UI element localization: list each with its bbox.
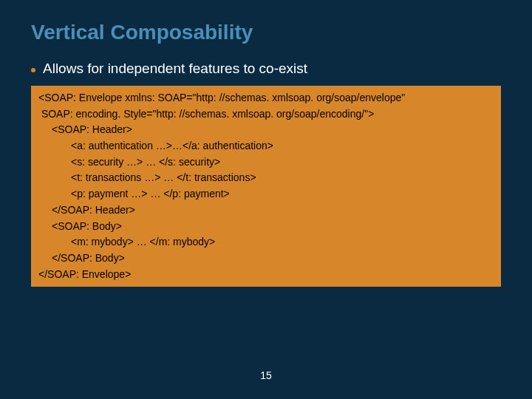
code-line: SOAP: encoding. Style="http: //schemas. …: [38, 106, 494, 123]
page-number: 15: [0, 369, 532, 381]
code-line: <SOAP: Body>: [38, 219, 494, 235]
code-line: <s: security …> … </s: security>: [38, 154, 494, 171]
code-line: <m: mybody> … </m: mybody>: [38, 234, 494, 250]
code-line: <p: payment …> … </p: payment>: [38, 186, 494, 202]
code-line: <SOAP: Header>: [38, 122, 494, 138]
code-line: </SOAP: Body>: [38, 250, 494, 267]
code-block: <SOAP: Envelope xmlns: SOAP="http: //sch…: [31, 86, 501, 287]
bullet-text: Allows for independent features to co-ex…: [43, 61, 307, 77]
slide: Vertical Composability Allows for indepe…: [0, 0, 532, 399]
code-line: <SOAP: Envelope xmlns: SOAP="http: //sch…: [38, 90, 494, 106]
code-line: <t: transactions …> … </t: transactions>: [38, 170, 494, 186]
bullet-item: Allows for independent features to co-ex…: [31, 61, 501, 77]
code-line: </SOAP: Header>: [38, 202, 494, 219]
bullet-dot-icon: [31, 68, 35, 72]
code-line: </SOAP: Envelope>: [38, 267, 494, 283]
code-line: <a: authentication …>…</a: authenticatio…: [38, 138, 494, 154]
slide-title: Vertical Composability: [31, 21, 501, 44]
